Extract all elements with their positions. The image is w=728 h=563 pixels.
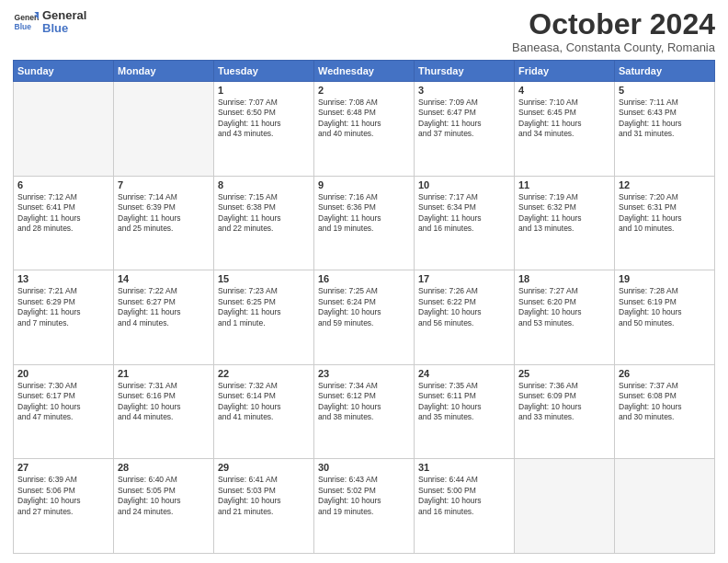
line3: Daylight: 11 hours: [318, 213, 410, 224]
line3: Daylight: 11 hours: [118, 307, 210, 317]
table-row: 27Sunrise: 6:39 AMSunset: 5:06 PMDayligh…: [14, 459, 114, 554]
day-number: 4: [518, 85, 610, 96]
line3: Daylight: 11 hours: [218, 119, 310, 129]
logo: General Blue General Blue: [13, 9, 86, 36]
day-number: 9: [318, 179, 410, 190]
line1: Sunrise: 7:32 AM: [218, 381, 310, 391]
line2: Sunset: 6:12 PM: [318, 391, 410, 401]
line4: and 4 minutes.: [118, 318, 210, 328]
day-number: 20: [17, 368, 109, 379]
day-number: 21: [118, 368, 210, 379]
logo-text: General Blue: [42, 9, 86, 36]
line2: Sunset: 6:20 PM: [518, 297, 610, 307]
day-number: 23: [318, 368, 410, 379]
line2: Sunset: 6:19 PM: [619, 297, 711, 307]
line3: Daylight: 10 hours: [418, 402, 510, 412]
line3: Daylight: 10 hours: [17, 402, 109, 412]
table-row: 12Sunrise: 7:20 AMSunset: 6:31 PMDayligh…: [615, 176, 715, 270]
table-row: 10Sunrise: 7:17 AMSunset: 6:34 PMDayligh…: [415, 176, 515, 270]
day-number: 10: [418, 179, 510, 190]
table-row: 20Sunrise: 7:30 AMSunset: 6:17 PMDayligh…: [14, 364, 114, 459]
logo-general: General: [42, 9, 86, 22]
calendar-table: Sunday Monday Tuesday Wednesday Thursday…: [13, 60, 715, 554]
line4: and 47 minutes.: [17, 412, 109, 422]
logo-icon: General Blue: [13, 9, 39, 35]
line4: and 7 minutes.: [17, 318, 109, 328]
day-number: 17: [418, 273, 510, 284]
table-row: 28Sunrise: 6:40 AMSunset: 5:05 PMDayligh…: [114, 459, 214, 554]
line1: Sunrise: 7:26 AM: [418, 286, 510, 296]
line4: and 19 minutes.: [318, 224, 410, 234]
table-row: 2Sunrise: 7:08 AMSunset: 6:48 PMDaylight…: [314, 82, 415, 177]
line3: Daylight: 11 hours: [17, 213, 109, 224]
line4: and 35 minutes.: [418, 412, 510, 422]
line3: Daylight: 10 hours: [518, 307, 610, 317]
table-row: 1Sunrise: 7:07 AMSunset: 6:50 PMDaylight…: [214, 82, 314, 177]
line4: and 16 minutes.: [418, 507, 510, 517]
line1: Sunrise: 7:30 AM: [17, 381, 109, 391]
line1: Sunrise: 7:16 AM: [318, 192, 410, 202]
line4: and 30 minutes.: [619, 412, 711, 422]
line4: and 13 minutes.: [518, 224, 610, 234]
line1: Sunrise: 7:25 AM: [318, 286, 410, 296]
line4: and 50 minutes.: [619, 318, 711, 328]
line3: Daylight: 10 hours: [418, 496, 510, 506]
line2: Sunset: 6:29 PM: [17, 297, 109, 307]
month-title: October 2024: [512, 9, 715, 39]
line1: Sunrise: 7:34 AM: [318, 381, 410, 391]
line3: Daylight: 11 hours: [218, 307, 310, 317]
table-row: 26Sunrise: 7:37 AMSunset: 6:08 PMDayligh…: [615, 364, 715, 459]
line3: Daylight: 10 hours: [318, 307, 410, 317]
table-row: 7Sunrise: 7:14 AMSunset: 6:39 PMDaylight…: [114, 176, 214, 270]
line4: and 59 minutes.: [318, 318, 410, 328]
line1: Sunrise: 7:17 AM: [418, 192, 510, 202]
day-number: 29: [218, 462, 310, 473]
line2: Sunset: 6:45 PM: [518, 108, 610, 118]
table-row: 29Sunrise: 6:41 AMSunset: 5:03 PMDayligh…: [214, 459, 314, 554]
line1: Sunrise: 7:35 AM: [418, 381, 510, 391]
line3: Daylight: 10 hours: [318, 402, 410, 412]
line2: Sunset: 6:43 PM: [619, 108, 711, 118]
table-row: 6Sunrise: 7:12 AMSunset: 6:41 PMDaylight…: [14, 176, 114, 270]
line2: Sunset: 6:22 PM: [418, 297, 510, 307]
line2: Sunset: 6:11 PM: [418, 391, 510, 401]
line1: Sunrise: 7:08 AM: [318, 98, 410, 108]
day-number: 18: [518, 273, 610, 284]
line3: Daylight: 10 hours: [518, 402, 610, 412]
page: General Blue General Blue October 2024 B…: [0, 0, 728, 563]
table-row: 30Sunrise: 6:43 AMSunset: 5:02 PMDayligh…: [314, 459, 415, 554]
line3: Daylight: 10 hours: [17, 496, 109, 506]
day-number: 12: [619, 179, 711, 190]
location: Baneasa, Constanta County, Romania: [512, 40, 715, 54]
line2: Sunset: 6:24 PM: [318, 297, 410, 307]
table-row: 22Sunrise: 7:32 AMSunset: 6:14 PMDayligh…: [214, 364, 314, 459]
line1: Sunrise: 6:40 AM: [118, 475, 210, 485]
line2: Sunset: 6:16 PM: [118, 391, 210, 401]
line2: Sunset: 6:09 PM: [518, 391, 610, 401]
line4: and 28 minutes.: [17, 224, 109, 234]
table-row: [615, 459, 715, 554]
line3: Daylight: 11 hours: [518, 119, 610, 129]
line1: Sunrise: 7:07 AM: [218, 98, 310, 108]
line4: and 38 minutes.: [318, 412, 410, 422]
line4: and 53 minutes.: [518, 318, 610, 328]
line2: Sunset: 6:31 PM: [619, 202, 711, 213]
day-number: 11: [518, 179, 610, 190]
line1: Sunrise: 7:09 AM: [418, 98, 510, 108]
line1: Sunrise: 7:20 AM: [619, 192, 711, 202]
table-row: 5Sunrise: 7:11 AMSunset: 6:43 PMDaylight…: [615, 82, 715, 177]
line4: and 27 minutes.: [17, 507, 109, 517]
line4: and 34 minutes.: [518, 129, 610, 139]
calendar-week-row: 27Sunrise: 6:39 AMSunset: 5:06 PMDayligh…: [14, 459, 715, 554]
day-number: 2: [318, 85, 410, 96]
line1: Sunrise: 7:21 AM: [17, 286, 109, 296]
line1: Sunrise: 7:23 AM: [218, 286, 310, 296]
day-number: 30: [318, 462, 410, 473]
line3: Daylight: 11 hours: [418, 119, 510, 129]
col-tuesday: Tuesday: [214, 61, 314, 82]
line1: Sunrise: 7:19 AM: [518, 192, 610, 202]
line4: and 33 minutes.: [518, 412, 610, 422]
line4: and 1 minute.: [218, 318, 310, 328]
line1: Sunrise: 7:11 AM: [619, 98, 711, 108]
line4: and 44 minutes.: [118, 412, 210, 422]
